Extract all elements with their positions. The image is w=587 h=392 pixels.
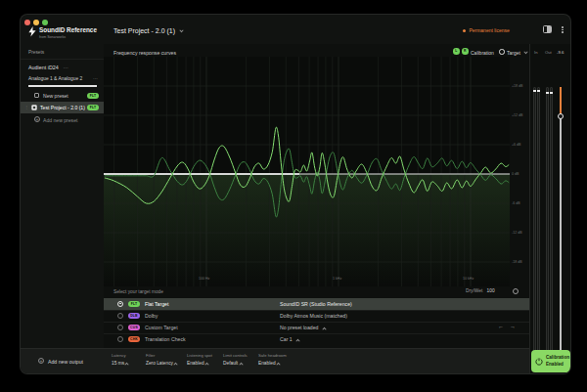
control-value: Enabled	[258, 361, 280, 366]
radio-icon[interactable]	[117, 325, 123, 330]
target-dropdown-label: Target	[507, 50, 520, 56]
y-tick: +18 dB	[512, 84, 523, 88]
control-label: Safe headroom	[258, 353, 287, 358]
plus-icon: +	[34, 116, 40, 122]
preset-drag-icon: ⋮	[24, 105, 28, 109]
arrow-left-icon[interactable]: ←	[498, 324, 504, 329]
license-dot-icon	[463, 29, 466, 32]
flt-badge: FLT	[128, 301, 140, 307]
add-output-button[interactable]: + Add new output	[38, 356, 107, 370]
target-value[interactable]: No preset loaded	[280, 325, 326, 330]
y-tick: 0 dB	[512, 172, 519, 176]
gain-slider-track-lower	[560, 116, 562, 363]
zoom-window-button[interactable]	[42, 20, 48, 25]
chevron-down-icon	[524, 49, 528, 53]
output-name-label: Analogue 1 & Analogue 2	[28, 76, 82, 81]
minimize-window-button[interactable]	[33, 20, 39, 25]
radio-selected-icon[interactable]	[117, 301, 123, 307]
arrow-right-icon[interactable]: →	[510, 324, 516, 329]
frequency-response-plot[interactable]	[104, 57, 510, 286]
license-status: Permanent license	[463, 27, 510, 33]
target-row-flat[interactable]: FLT Flat Target SoundID SR (Studio Refer…	[104, 298, 529, 310]
target-name: Translation Check	[145, 336, 186, 342]
y-tick: +12 dB	[512, 113, 523, 117]
device-name[interactable]: Audient iD24 ···	[28, 65, 68, 70]
add-output-label: Add new output	[48, 359, 83, 365]
output-menu-icon[interactable]: ···	[93, 75, 98, 81]
device-menu-icon[interactable]: ···	[63, 65, 68, 70]
sidebar-item-test-project[interactable]: ⋮ Test Project - 2.0 (1) FLT	[21, 102, 104, 113]
left-channel-badge[interactable]: L	[453, 48, 460, 55]
target-row-custom[interactable]: CUS Custom Target No preset loaded ← →	[104, 322, 529, 333]
target-value: Dolby Atmos Music (matched)	[280, 313, 347, 319]
right-channel-badge[interactable]: R	[462, 48, 469, 55]
y-tick: -12 dB	[512, 231, 522, 235]
target-name: Custom Target	[145, 325, 178, 330]
target-dropdown[interactable]: Target	[507, 50, 527, 56]
power-icon	[535, 358, 543, 366]
control-label: Latency	[112, 353, 126, 358]
peak-tick	[550, 92, 553, 94]
toggle-sidebar-icon[interactable]	[543, 25, 552, 33]
sidebar-item-add-new-preset[interactable]: + Add new preset	[21, 113, 104, 125]
add-preset-label: Add new preset	[43, 117, 77, 123]
brand-name: SoundID Reference	[39, 26, 97, 33]
preset-label: Test Project - 2.0 (1)	[40, 105, 85, 110]
y-tick: +6 dB	[512, 143, 521, 147]
soundid-bolt-logo-icon	[28, 26, 36, 37]
license-label: Permanent license	[469, 27, 509, 33]
drywet-knob-icon[interactable]	[513, 288, 519, 294]
x-tick: 1 kHz	[333, 277, 341, 281]
chevron-down-icon	[179, 28, 183, 32]
chevron-up-icon	[322, 327, 326, 331]
project-title-label: Test Project - 2.0 (1)	[113, 27, 175, 34]
gain-slider[interactable]	[559, 87, 563, 363]
plus-icon: +	[38, 358, 44, 364]
target-name: Dolby	[145, 313, 158, 319]
sidebar-item-new-preset[interactable]: New preset FLT	[21, 90, 104, 102]
peak-tick	[546, 92, 549, 94]
drywet-control[interactable]: Dry/Wet 100	[466, 288, 495, 293]
control-label: Filter	[146, 353, 155, 358]
calibration-enabled-button[interactable]: Calibration Enabled	[531, 350, 570, 372]
peak-tick	[537, 90, 540, 92]
brand-subtitle: from Sonarworks	[39, 35, 66, 39]
chevron-up-icon	[296, 339, 300, 343]
out-meter-left	[546, 87, 549, 363]
drywet-label: Dry/Wet	[466, 288, 482, 293]
target-row-dolby[interactable]: DLB Dolby Dolby Atmos Music (matched)	[104, 310, 529, 322]
target-mode-label: Select your target mode	[113, 289, 163, 294]
target-value-label: Car 1	[280, 336, 293, 342]
x-tick: 100 Hz	[199, 277, 209, 281]
calibration-button-line2: Enabled	[546, 362, 564, 367]
sidebar: Presets Audient iD24 ··· Analogue 1 & An…	[21, 44, 104, 348]
app-window: SoundID Reference from Sonarworks Test P…	[20, 14, 571, 374]
x-tick: 10 kHz	[463, 277, 474, 281]
y-tick: -18 dB	[512, 260, 522, 264]
target-name: Flat Target	[145, 301, 168, 307]
control-value: 15 ms	[112, 361, 128, 366]
project-title[interactable]: Test Project - 2.0 (1)	[113, 27, 183, 34]
gain-slider-track-upper	[560, 87, 562, 116]
target-value: SoundID SR (Studio Reference)	[280, 301, 352, 307]
dlb-badge: DLB	[128, 313, 140, 319]
radio-icon[interactable]	[117, 336, 123, 342]
drywet-value: 100	[487, 288, 495, 293]
preset-label: New preset	[43, 93, 68, 99]
control-value: Zero Latency	[146, 361, 177, 366]
speaker-icon	[31, 105, 37, 110]
output-name[interactable]: Analogue 1 & Analogue 2	[28, 76, 82, 81]
meters-panel: In Out -9.6 ⇄ ◐ Calibration	[529, 44, 571, 374]
chart-title: Frequency response curves	[113, 50, 176, 56]
target-ring-icon	[499, 49, 505, 55]
target-row-translation-check[interactable]: CHK Translation Check Car 1	[104, 333, 529, 345]
out-meter-label: Out	[545, 50, 552, 55]
gain-slider-handle[interactable]	[558, 113, 564, 119]
calibration-button-line1: Calibration	[546, 355, 569, 360]
radio-icon[interactable]	[117, 313, 123, 319]
control-value: Default	[223, 361, 243, 366]
more-options-icon[interactable]	[561, 25, 564, 34]
close-window-button[interactable]	[24, 20, 30, 25]
target-value[interactable]: Car 1	[280, 336, 299, 342]
control-value: Enabled	[187, 361, 208, 366]
